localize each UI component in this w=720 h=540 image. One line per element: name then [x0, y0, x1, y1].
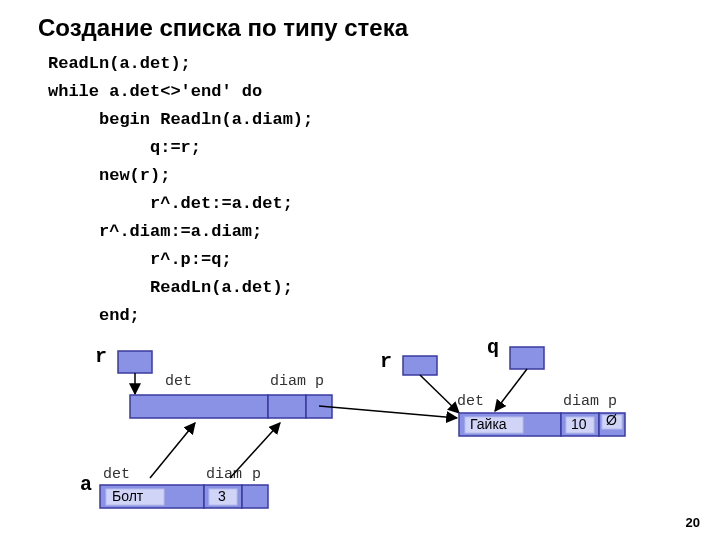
- svg-line-12: [150, 423, 195, 478]
- a-label-det: det: [103, 466, 143, 483]
- a-p-cell: [242, 485, 268, 508]
- linked-list-diagram: r det diam p r q det diam p Гайка 10 Ø a…: [0, 0, 720, 540]
- svg-rect-0: [118, 351, 152, 373]
- a-label-p: p: [252, 466, 272, 483]
- label-a: a: [80, 473, 100, 496]
- node1-label-diam: diam: [270, 373, 314, 390]
- node2-det-value: Гайка: [470, 416, 530, 432]
- a-label-diam: diam: [206, 466, 250, 483]
- node2-label-diam: diam: [563, 393, 607, 410]
- node1-label-p: p: [315, 373, 335, 390]
- label-r-mid: r: [380, 350, 400, 373]
- label-r-left: r: [95, 345, 115, 368]
- label-q: q: [487, 336, 507, 359]
- node2-label-p: p: [608, 393, 628, 410]
- node2-label-det: det: [457, 393, 497, 410]
- a-det-value: Болт: [112, 488, 172, 504]
- svg-line-6: [495, 369, 527, 411]
- a-diam-value: 3: [218, 488, 238, 504]
- node1-label-det: det: [165, 373, 205, 390]
- svg-rect-5: [510, 347, 544, 369]
- svg-line-2: [319, 406, 457, 418]
- node2-p-value: Ø: [606, 412, 624, 428]
- svg-rect-3: [403, 356, 437, 375]
- node2-diam-value: 10: [571, 416, 595, 432]
- page-number: 20: [686, 515, 700, 530]
- svg-line-4: [420, 375, 459, 413]
- node1-det-cell: [130, 395, 268, 418]
- node1-diam-cell: [268, 395, 306, 418]
